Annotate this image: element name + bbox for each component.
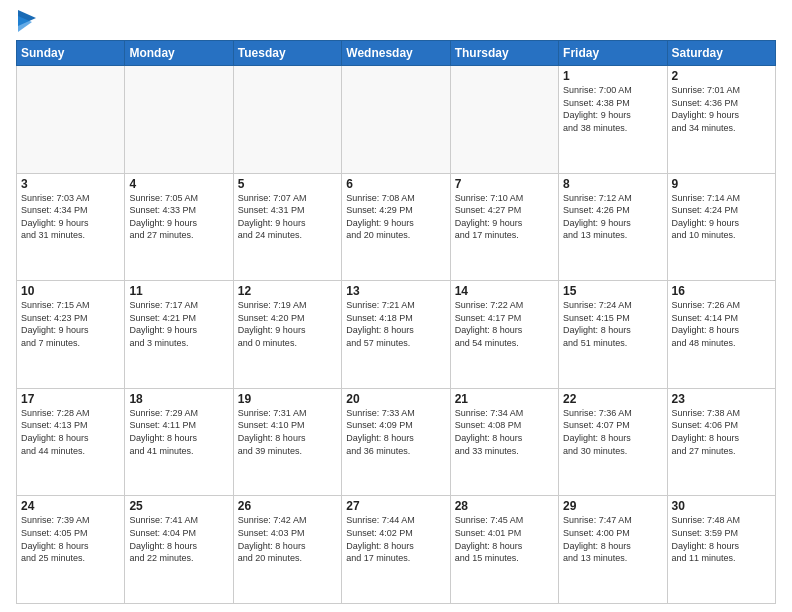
calendar-cell-2-2: 4Sunrise: 7:05 AM Sunset: 4:33 PM Daylig… <box>125 173 233 281</box>
logo-flag-icon <box>18 10 36 32</box>
day-info: Sunrise: 7:24 AM Sunset: 4:15 PM Dayligh… <box>563 299 662 349</box>
calendar-cell-5-6: 29Sunrise: 7:47 AM Sunset: 4:00 PM Dayli… <box>559 496 667 604</box>
day-number: 16 <box>672 284 771 298</box>
day-info: Sunrise: 7:21 AM Sunset: 4:18 PM Dayligh… <box>346 299 445 349</box>
calendar-cell-4-4: 20Sunrise: 7:33 AM Sunset: 4:09 PM Dayli… <box>342 388 450 496</box>
day-info: Sunrise: 7:34 AM Sunset: 4:08 PM Dayligh… <box>455 407 554 457</box>
day-number: 19 <box>238 392 337 406</box>
day-number: 18 <box>129 392 228 406</box>
day-info: Sunrise: 7:07 AM Sunset: 4:31 PM Dayligh… <box>238 192 337 242</box>
day-number: 3 <box>21 177 120 191</box>
calendar-cell-3-3: 12Sunrise: 7:19 AM Sunset: 4:20 PM Dayli… <box>233 281 341 389</box>
calendar-cell-4-2: 18Sunrise: 7:29 AM Sunset: 4:11 PM Dayli… <box>125 388 233 496</box>
day-number: 20 <box>346 392 445 406</box>
day-info: Sunrise: 7:36 AM Sunset: 4:07 PM Dayligh… <box>563 407 662 457</box>
day-number: 21 <box>455 392 554 406</box>
day-number: 24 <box>21 499 120 513</box>
day-info: Sunrise: 7:05 AM Sunset: 4:33 PM Dayligh… <box>129 192 228 242</box>
day-number: 11 <box>129 284 228 298</box>
day-number: 25 <box>129 499 228 513</box>
calendar-cell-5-3: 26Sunrise: 7:42 AM Sunset: 4:03 PM Dayli… <box>233 496 341 604</box>
day-info: Sunrise: 7:17 AM Sunset: 4:21 PM Dayligh… <box>129 299 228 349</box>
header <box>16 12 776 34</box>
day-info: Sunrise: 7:10 AM Sunset: 4:27 PM Dayligh… <box>455 192 554 242</box>
day-number: 8 <box>563 177 662 191</box>
day-info: Sunrise: 7:01 AM Sunset: 4:36 PM Dayligh… <box>672 84 771 134</box>
calendar-cell-5-4: 27Sunrise: 7:44 AM Sunset: 4:02 PM Dayli… <box>342 496 450 604</box>
day-number: 4 <box>129 177 228 191</box>
calendar-header-tuesday: Tuesday <box>233 41 341 66</box>
day-info: Sunrise: 7:48 AM Sunset: 3:59 PM Dayligh… <box>672 514 771 564</box>
calendar-cell-1-2 <box>125 66 233 174</box>
day-info: Sunrise: 7:29 AM Sunset: 4:11 PM Dayligh… <box>129 407 228 457</box>
calendar-cell-5-1: 24Sunrise: 7:39 AM Sunset: 4:05 PM Dayli… <box>17 496 125 604</box>
day-info: Sunrise: 7:44 AM Sunset: 4:02 PM Dayligh… <box>346 514 445 564</box>
calendar-cell-2-5: 7Sunrise: 7:10 AM Sunset: 4:27 PM Daylig… <box>450 173 558 281</box>
day-info: Sunrise: 7:38 AM Sunset: 4:06 PM Dayligh… <box>672 407 771 457</box>
calendar-cell-1-7: 2Sunrise: 7:01 AM Sunset: 4:36 PM Daylig… <box>667 66 775 174</box>
calendar-cell-4-6: 22Sunrise: 7:36 AM Sunset: 4:07 PM Dayli… <box>559 388 667 496</box>
calendar-cell-1-1 <box>17 66 125 174</box>
calendar-cell-4-3: 19Sunrise: 7:31 AM Sunset: 4:10 PM Dayli… <box>233 388 341 496</box>
calendar-header-friday: Friday <box>559 41 667 66</box>
calendar-cell-3-1: 10Sunrise: 7:15 AM Sunset: 4:23 PM Dayli… <box>17 281 125 389</box>
calendar-cell-3-7: 16Sunrise: 7:26 AM Sunset: 4:14 PM Dayli… <box>667 281 775 389</box>
calendar-cell-4-1: 17Sunrise: 7:28 AM Sunset: 4:13 PM Dayli… <box>17 388 125 496</box>
day-number: 2 <box>672 69 771 83</box>
day-number: 12 <box>238 284 337 298</box>
calendar-header-thursday: Thursday <box>450 41 558 66</box>
calendar-cell-5-7: 30Sunrise: 7:48 AM Sunset: 3:59 PM Dayli… <box>667 496 775 604</box>
day-info: Sunrise: 7:22 AM Sunset: 4:17 PM Dayligh… <box>455 299 554 349</box>
day-number: 27 <box>346 499 445 513</box>
calendar-header-row: SundayMondayTuesdayWednesdayThursdayFrid… <box>17 41 776 66</box>
day-number: 6 <box>346 177 445 191</box>
calendar-cell-2-7: 9Sunrise: 7:14 AM Sunset: 4:24 PM Daylig… <box>667 173 775 281</box>
day-number: 7 <box>455 177 554 191</box>
calendar-cell-3-2: 11Sunrise: 7:17 AM Sunset: 4:21 PM Dayli… <box>125 281 233 389</box>
calendar-cell-2-3: 5Sunrise: 7:07 AM Sunset: 4:31 PM Daylig… <box>233 173 341 281</box>
day-info: Sunrise: 7:45 AM Sunset: 4:01 PM Dayligh… <box>455 514 554 564</box>
day-number: 30 <box>672 499 771 513</box>
calendar-cell-1-5 <box>450 66 558 174</box>
day-info: Sunrise: 7:14 AM Sunset: 4:24 PM Dayligh… <box>672 192 771 242</box>
day-info: Sunrise: 7:47 AM Sunset: 4:00 PM Dayligh… <box>563 514 662 564</box>
calendar-cell-1-4 <box>342 66 450 174</box>
day-number: 22 <box>563 392 662 406</box>
logo <box>16 12 36 34</box>
day-info: Sunrise: 7:03 AM Sunset: 4:34 PM Dayligh… <box>21 192 120 242</box>
day-number: 26 <box>238 499 337 513</box>
day-info: Sunrise: 7:33 AM Sunset: 4:09 PM Dayligh… <box>346 407 445 457</box>
calendar-cell-3-4: 13Sunrise: 7:21 AM Sunset: 4:18 PM Dayli… <box>342 281 450 389</box>
calendar-cell-3-6: 15Sunrise: 7:24 AM Sunset: 4:15 PM Dayli… <box>559 281 667 389</box>
calendar-cell-3-5: 14Sunrise: 7:22 AM Sunset: 4:17 PM Dayli… <box>450 281 558 389</box>
day-number: 10 <box>21 284 120 298</box>
calendar-cell-2-1: 3Sunrise: 7:03 AM Sunset: 4:34 PM Daylig… <box>17 173 125 281</box>
day-number: 14 <box>455 284 554 298</box>
calendar-cell-5-5: 28Sunrise: 7:45 AM Sunset: 4:01 PM Dayli… <box>450 496 558 604</box>
day-number: 5 <box>238 177 337 191</box>
calendar-cell-2-6: 8Sunrise: 7:12 AM Sunset: 4:26 PM Daylig… <box>559 173 667 281</box>
day-info: Sunrise: 7:19 AM Sunset: 4:20 PM Dayligh… <box>238 299 337 349</box>
day-number: 9 <box>672 177 771 191</box>
day-info: Sunrise: 7:08 AM Sunset: 4:29 PM Dayligh… <box>346 192 445 242</box>
calendar-cell-1-3 <box>233 66 341 174</box>
day-number: 1 <box>563 69 662 83</box>
calendar-cell-5-2: 25Sunrise: 7:41 AM Sunset: 4:04 PM Dayli… <box>125 496 233 604</box>
day-info: Sunrise: 7:26 AM Sunset: 4:14 PM Dayligh… <box>672 299 771 349</box>
calendar-cell-1-6: 1Sunrise: 7:00 AM Sunset: 4:38 PM Daylig… <box>559 66 667 174</box>
calendar-week-1: 1Sunrise: 7:00 AM Sunset: 4:38 PM Daylig… <box>17 66 776 174</box>
day-number: 13 <box>346 284 445 298</box>
day-info: Sunrise: 7:42 AM Sunset: 4:03 PM Dayligh… <box>238 514 337 564</box>
calendar-table: SundayMondayTuesdayWednesdayThursdayFrid… <box>16 40 776 604</box>
calendar-week-4: 17Sunrise: 7:28 AM Sunset: 4:13 PM Dayli… <box>17 388 776 496</box>
calendar-cell-4-7: 23Sunrise: 7:38 AM Sunset: 4:06 PM Dayli… <box>667 388 775 496</box>
calendar-week-2: 3Sunrise: 7:03 AM Sunset: 4:34 PM Daylig… <box>17 173 776 281</box>
day-info: Sunrise: 7:41 AM Sunset: 4:04 PM Dayligh… <box>129 514 228 564</box>
calendar-cell-4-5: 21Sunrise: 7:34 AM Sunset: 4:08 PM Dayli… <box>450 388 558 496</box>
day-number: 23 <box>672 392 771 406</box>
day-info: Sunrise: 7:00 AM Sunset: 4:38 PM Dayligh… <box>563 84 662 134</box>
day-info: Sunrise: 7:31 AM Sunset: 4:10 PM Dayligh… <box>238 407 337 457</box>
calendar-header-saturday: Saturday <box>667 41 775 66</box>
calendar-week-5: 24Sunrise: 7:39 AM Sunset: 4:05 PM Dayli… <box>17 496 776 604</box>
day-info: Sunrise: 7:15 AM Sunset: 4:23 PM Dayligh… <box>21 299 120 349</box>
